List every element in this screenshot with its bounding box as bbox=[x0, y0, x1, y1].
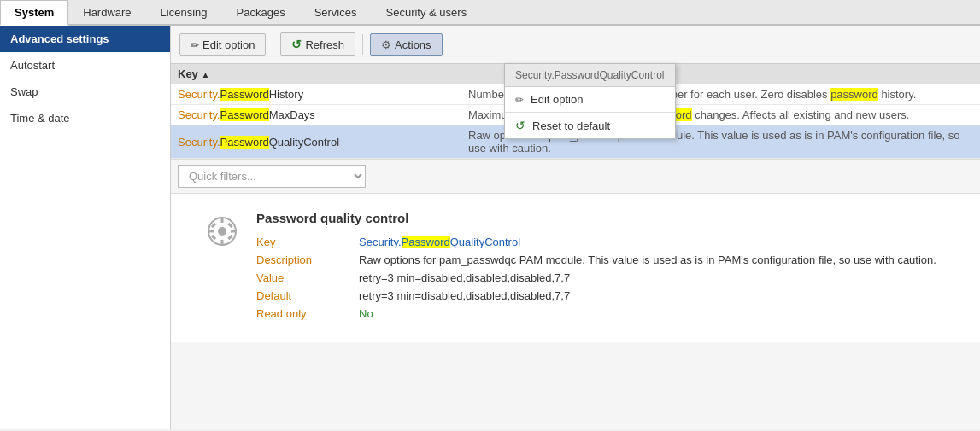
quick-filter-select[interactable]: Quick filters... bbox=[178, 165, 366, 188]
actions-dropdown-menu: Security.PasswordQualityControl Edit opt… bbox=[504, 63, 676, 139]
tab-security-users[interactable]: Security & users bbox=[372, 0, 482, 24]
toolbar-separator bbox=[273, 34, 273, 55]
detail-content: Password quality control Key Security.Pa… bbox=[256, 211, 963, 325]
tab-packages[interactable]: Packages bbox=[222, 0, 300, 24]
detail-val-value: retry=3 min=disabled,disabled,disabled,7… bbox=[359, 271, 963, 284]
gear-icon bbox=[381, 38, 391, 51]
row1-key: Security.PasswordHistory bbox=[178, 88, 468, 101]
svg-rect-2 bbox=[221, 218, 224, 223]
svg-point-1 bbox=[218, 227, 226, 236]
sidebar-item-autostart[interactable]: Autostart bbox=[0, 52, 170, 79]
refresh-button[interactable]: Refresh bbox=[280, 32, 355, 56]
sidebar-item-time-date[interactable]: Time & date bbox=[0, 105, 170, 131]
detail-val-default: retry=3 min=disabled,disabled,disabled,7… bbox=[359, 289, 963, 302]
detail-row-value: Value retry=3 min=disabled,disabled,disa… bbox=[256, 271, 963, 284]
detail-row-default: Default retry=3 min=disabled,disabled,di… bbox=[256, 289, 963, 302]
toolbar-separator-2 bbox=[362, 34, 363, 55]
settings-icon-svg bbox=[205, 214, 239, 248]
detail-row-description: Description Raw options for pam_passwdqc… bbox=[256, 253, 963, 266]
pencil-icon bbox=[191, 38, 199, 51]
toolbar: Edit option Refresh Actions bbox=[171, 26, 980, 64]
col-header-key: Key bbox=[178, 67, 468, 80]
svg-rect-9 bbox=[227, 235, 232, 240]
main-layout: Advanced settings Autostart Swap Time & … bbox=[0, 26, 980, 429]
top-tab-bar: System Hardware Licensing Packages Servi… bbox=[0, 0, 980, 26]
detail-panel: Password quality control Key Security.Pa… bbox=[171, 193, 980, 342]
edit-icon bbox=[515, 93, 524, 106]
detail-row-key: Key Security.PasswordQualityControl bbox=[256, 236, 963, 248]
svg-rect-5 bbox=[231, 230, 236, 233]
detail-row-readonly: Read only No bbox=[256, 307, 963, 320]
sort-indicator bbox=[201, 67, 209, 80]
edit-option-button[interactable]: Edit option bbox=[179, 33, 266, 56]
content-area: Edit option Refresh Actions Key bbox=[171, 26, 980, 429]
sidebar: Advanced settings Autostart Swap Time & … bbox=[0, 26, 171, 429]
detail-val-key: Security.PasswordQualityControl bbox=[359, 236, 963, 248]
tab-services[interactable]: Services bbox=[300, 0, 372, 24]
quick-filter-row: Quick filters... bbox=[171, 159, 980, 193]
dropdown-header: Security.PasswordQualityControl bbox=[505, 64, 675, 87]
dropdown-item-reset-default[interactable]: Reset to default bbox=[505, 113, 675, 138]
dropdown-item-edit-option[interactable]: Edit option bbox=[505, 87, 675, 112]
svg-rect-4 bbox=[208, 230, 214, 233]
sidebar-item-swap[interactable]: Swap bbox=[0, 79, 170, 105]
row3-key: Security.PasswordQualityControl bbox=[178, 136, 468, 149]
actions-button[interactable]: Actions bbox=[370, 33, 443, 56]
sidebar-item-advanced-settings[interactable]: Advanced settings bbox=[0, 26, 170, 52]
detail-title: Password quality control bbox=[256, 211, 963, 225]
detail-icon bbox=[205, 214, 239, 325]
tab-licensing[interactable]: Licensing bbox=[146, 0, 222, 24]
row2-key: Security.PasswordMaxDays bbox=[178, 108, 468, 121]
svg-rect-3 bbox=[221, 240, 224, 245]
tab-system[interactable]: System bbox=[0, 0, 68, 26]
tab-hardware[interactable]: Hardware bbox=[68, 0, 145, 24]
detail-val-readonly: No bbox=[359, 307, 963, 320]
reset-icon bbox=[515, 119, 525, 132]
refresh-icon bbox=[291, 38, 302, 51]
svg-rect-7 bbox=[227, 223, 232, 228]
detail-val-description: Raw options for pam_passwdqc PAM module.… bbox=[359, 253, 963, 266]
